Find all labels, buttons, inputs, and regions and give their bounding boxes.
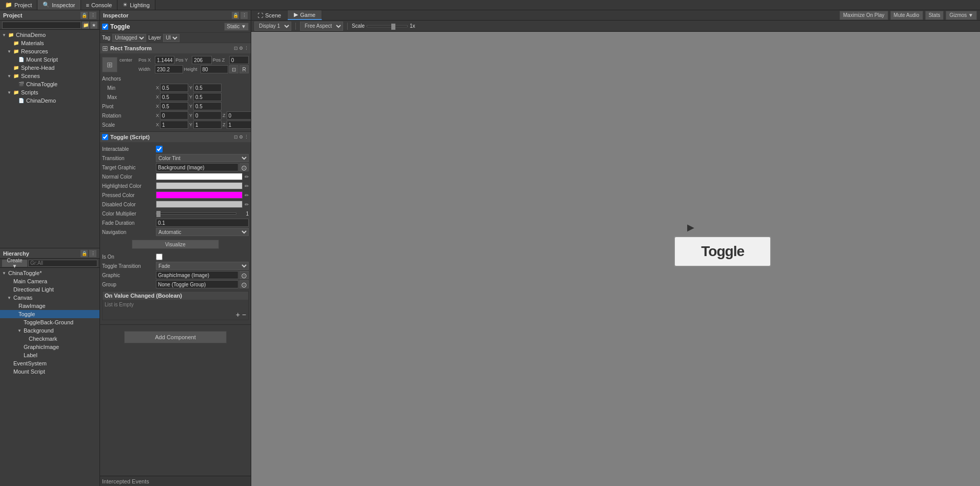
tab-game[interactable]: ▶ Game (288, 10, 322, 20)
add-component-btn[interactable]: Add Component (124, 331, 227, 343)
toggle-edit-icon[interactable]: ⊡ (234, 134, 238, 140)
normal-color-pencil-icon[interactable]: ✏ (245, 174, 249, 180)
anchor-max-y-input[interactable] (193, 93, 222, 101)
layer-select[interactable]: UI (163, 34, 179, 42)
pivot-x-input[interactable] (160, 102, 188, 110)
group-select-btn[interactable]: ⊙ (239, 280, 249, 288)
graphic-input[interactable] (156, 271, 238, 279)
list-item[interactable]: ▼ 📁 Scenes (0, 72, 99, 80)
scale-thumb[interactable] (391, 24, 395, 30)
list-item[interactable]: 📄 ChinaDemo (0, 96, 99, 105)
list-item[interactable]: 📄 Mount Script (0, 55, 99, 64)
hierarchy-search[interactable] (28, 260, 97, 267)
mute-audio-btn[interactable]: Mute Audio (890, 11, 923, 20)
project-star-btn[interactable]: ★ (90, 22, 97, 29)
highlighted-color-swatch[interactable] (156, 182, 243, 189)
posx-input[interactable] (155, 56, 174, 64)
project-search[interactable] (2, 22, 81, 29)
color-multiplier-slider[interactable]: 1 (156, 211, 249, 217)
event-remove-btn[interactable]: − (242, 310, 246, 319)
toggle-enabled-checkbox[interactable] (102, 134, 108, 140)
list-item[interactable]: Mount Script (0, 367, 99, 376)
maximize-on-play-btn[interactable]: Maximize On Play (839, 11, 888, 20)
is-on-checkbox[interactable] (156, 254, 163, 260)
anchor-min-y-input[interactable] (193, 84, 222, 92)
highlighted-color-pencil-icon[interactable]: ✏ (245, 183, 249, 189)
event-add-btn[interactable]: + (236, 310, 240, 319)
disabled-color-swatch[interactable] (156, 201, 243, 208)
scale-y-input[interactable] (193, 121, 222, 129)
list-item[interactable]: Label (0, 351, 99, 359)
list-item[interactable]: Directional Light (0, 285, 99, 294)
display-select[interactable]: Display 1 (254, 22, 291, 31)
visualize-btn[interactable]: Visualize (132, 240, 219, 249)
list-item[interactable]: ▼ 📁 Resources (0, 47, 99, 55)
list-item[interactable]: EventSystem (0, 359, 99, 367)
toggle-menu-icon[interactable]: ⋮ (244, 134, 249, 140)
rect-edit-icon[interactable]: ⊡ (234, 46, 238, 51)
component-header[interactable]: ⊞ Rect Transform ⊡ ⚙ ⋮ (100, 43, 251, 53)
target-graphic-input[interactable] (156, 163, 238, 171)
list-item[interactable]: ▼ Background (0, 326, 99, 335)
stats-btn[interactable]: Stats (925, 11, 944, 20)
posz-input[interactable] (229, 56, 249, 64)
group-input[interactable] (156, 280, 238, 288)
anchor-min-x-input[interactable] (160, 84, 188, 92)
rot-z-input[interactable] (227, 111, 251, 120)
pivot-y-input[interactable] (193, 102, 222, 110)
anchor-max-x-input[interactable] (160, 93, 188, 101)
graphic-select-btn[interactable]: ⊙ (239, 271, 249, 279)
slider-thumb[interactable] (156, 211, 161, 217)
scale-track[interactable] (367, 25, 408, 27)
tab-console[interactable]: ≡ Console (81, 0, 118, 10)
fade-duration-input[interactable] (156, 219, 249, 227)
gizmos-btn[interactable]: Gizmos ▼ (946, 11, 977, 20)
project-lock-btn[interactable]: 🔒 (81, 12, 88, 19)
tab-scene[interactable]: ⛶ Scene (251, 10, 288, 20)
transition-select[interactable]: Color Tint (156, 154, 249, 162)
aspect-select[interactable]: Free Aspect (300, 22, 343, 31)
list-item[interactable]: 📁 Materials (0, 39, 99, 47)
posy-input[interactable] (192, 56, 211, 64)
list-item[interactable]: 📁 Sphere-Head (0, 64, 99, 72)
tab-lighting[interactable]: ☀ Lighting (117, 0, 155, 10)
tab-inspector[interactable]: 🔍 Inspector (37, 0, 81, 10)
tag-select[interactable]: Untagged (112, 34, 146, 42)
inspector-menu-btn[interactable]: ⋮ (241, 12, 248, 19)
rect-r-btn[interactable]: ⊡ (229, 65, 238, 73)
list-item[interactable]: Main Camera (0, 277, 99, 285)
rot-y-input[interactable] (193, 111, 222, 120)
navigation-select[interactable]: Automatic (156, 228, 249, 236)
height-input[interactable] (201, 65, 229, 73)
hierarchy-menu-btn[interactable]: ⋮ (89, 250, 96, 257)
list-item[interactable]: ▼ ChinaToggle* (0, 269, 99, 277)
rect-r2-btn[interactable]: R (239, 65, 249, 73)
list-item[interactable]: 🎬 ChinaToggle (0, 80, 99, 88)
rot-x-input[interactable] (160, 111, 188, 120)
list-item[interactable]: RawImage (0, 302, 99, 310)
project-folder-btn[interactable]: 📁 (82, 22, 89, 29)
pressed-color-pencil-icon[interactable]: ✏ (245, 192, 249, 198)
scale-z-input[interactable] (227, 121, 251, 129)
list-item[interactable]: Checkmark (0, 335, 99, 343)
toggle-component-header[interactable]: Toggle (Script) ⊡ ⚙ ⋮ (100, 132, 251, 142)
list-item[interactable]: ▼ 📁 ChinaDemo (0, 31, 99, 39)
anchor-widget[interactable]: ⊞ (102, 57, 117, 72)
tab-project[interactable]: 📁 Project (0, 0, 37, 10)
static-dropdown-btn[interactable]: Static ▼ (224, 23, 249, 31)
list-item[interactable]: GraphicImage (0, 343, 99, 351)
obj-enabled-checkbox[interactable] (102, 24, 108, 30)
hierarchy-lock-btn[interactable]: 🔒 (81, 250, 88, 257)
list-item[interactable]: Toggle (0, 310, 99, 318)
inspector-lock-btn[interactable]: 🔒 (232, 12, 239, 19)
interactable-checkbox[interactable] (156, 146, 163, 152)
rect-settings-icon[interactable]: ⚙ (239, 46, 243, 51)
normal-color-swatch[interactable] (156, 173, 243, 180)
list-item[interactable]: ToggleBack-Ground (0, 318, 99, 326)
toggle-settings-icon[interactable]: ⚙ (239, 134, 243, 140)
width-input[interactable] (155, 65, 183, 73)
list-item[interactable]: ▼ Canvas (0, 294, 99, 302)
list-item[interactable]: ▼ 📁 Scripts (0, 88, 99, 96)
rect-menu-icon[interactable]: ⋮ (244, 46, 249, 51)
disabled-color-pencil-icon[interactable]: ✏ (245, 202, 249, 207)
